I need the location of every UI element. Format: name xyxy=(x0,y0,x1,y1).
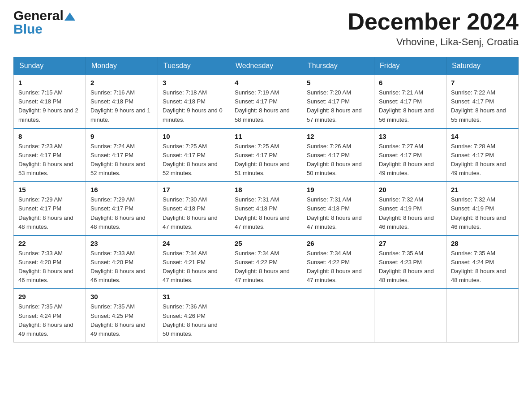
day-number: 1 xyxy=(18,79,81,86)
calendar-cell: 13Sunrise: 7:27 AMSunset: 4:17 PMDayligh… xyxy=(374,128,446,182)
day-info: Sunrise: 7:29 AMSunset: 4:17 PMDaylight:… xyxy=(90,195,153,231)
calendar-cell: 10Sunrise: 7:25 AMSunset: 4:17 PMDayligh… xyxy=(158,128,230,182)
calendar-cell xyxy=(230,289,302,342)
week-row-5: 29Sunrise: 7:35 AMSunset: 4:24 PMDayligh… xyxy=(14,289,519,342)
day-info: Sunrise: 7:36 AMSunset: 4:26 PMDaylight:… xyxy=(163,302,225,338)
day-number: 22 xyxy=(18,240,81,247)
calendar-cell: 23Sunrise: 7:33 AMSunset: 4:20 PMDayligh… xyxy=(86,235,158,289)
day-number: 24 xyxy=(163,240,225,247)
day-number: 8 xyxy=(18,133,81,140)
calendar-cell: 2Sunrise: 7:16 AMSunset: 4:18 PMDaylight… xyxy=(86,75,158,128)
day-info: Sunrise: 7:15 AMSunset: 4:18 PMDaylight:… xyxy=(18,88,81,124)
day-number: 14 xyxy=(451,133,514,140)
day-info: Sunrise: 7:33 AMSunset: 4:20 PMDaylight:… xyxy=(90,249,153,285)
day-number: 19 xyxy=(307,186,369,193)
calendar-cell: 25Sunrise: 7:34 AMSunset: 4:22 PMDayligh… xyxy=(230,235,302,289)
page-header: General Blue December 2024 Vrhovine, Lik… xyxy=(13,9,519,48)
day-info: Sunrise: 7:18 AMSunset: 4:18 PMDaylight:… xyxy=(163,88,225,124)
day-number: 18 xyxy=(235,186,297,193)
calendar-cell: 31Sunrise: 7:36 AMSunset: 4:26 PMDayligh… xyxy=(158,289,230,342)
column-header-saturday: Saturday xyxy=(446,57,519,75)
calendar-cell: 12Sunrise: 7:26 AMSunset: 4:17 PMDayligh… xyxy=(302,128,374,182)
calendar-cell: 22Sunrise: 7:33 AMSunset: 4:20 PMDayligh… xyxy=(14,235,86,289)
month-title: December 2024 xyxy=(348,9,519,34)
day-info: Sunrise: 7:35 AMSunset: 4:25 PMDaylight:… xyxy=(90,302,153,338)
day-info: Sunrise: 7:27 AMSunset: 4:17 PMDaylight:… xyxy=(379,142,442,178)
column-header-sunday: Sunday xyxy=(14,57,86,75)
column-header-tuesday: Tuesday xyxy=(158,57,230,75)
logo: General Blue xyxy=(13,9,75,36)
day-number: 10 xyxy=(163,133,225,140)
day-info: Sunrise: 7:35 AMSunset: 4:24 PMDaylight:… xyxy=(18,302,81,338)
calendar-cell: 4Sunrise: 7:19 AMSunset: 4:17 PMDaylight… xyxy=(230,75,302,128)
calendar-cell: 29Sunrise: 7:35 AMSunset: 4:24 PMDayligh… xyxy=(14,289,86,342)
day-info: Sunrise: 7:34 AMSunset: 4:22 PMDaylight:… xyxy=(235,249,297,285)
calendar-cell xyxy=(446,289,519,342)
day-info: Sunrise: 7:35 AMSunset: 4:23 PMDaylight:… xyxy=(379,249,442,285)
week-row-1: 1Sunrise: 7:15 AMSunset: 4:18 PMDaylight… xyxy=(14,75,519,128)
day-info: Sunrise: 7:25 AMSunset: 4:17 PMDaylight:… xyxy=(235,142,297,178)
day-info: Sunrise: 7:33 AMSunset: 4:20 PMDaylight:… xyxy=(18,249,81,285)
day-info: Sunrise: 7:21 AMSunset: 4:17 PMDaylight:… xyxy=(379,88,442,124)
day-number: 7 xyxy=(451,79,514,86)
day-info: Sunrise: 7:20 AMSunset: 4:17 PMDaylight:… xyxy=(307,88,369,124)
week-row-3: 15Sunrise: 7:29 AMSunset: 4:17 PMDayligh… xyxy=(14,182,519,235)
day-number: 3 xyxy=(163,79,225,86)
calendar-cell: 8Sunrise: 7:23 AMSunset: 4:17 PMDaylight… xyxy=(14,128,86,182)
day-info: Sunrise: 7:16 AMSunset: 4:18 PMDaylight:… xyxy=(90,88,153,124)
day-info: Sunrise: 7:23 AMSunset: 4:17 PMDaylight:… xyxy=(18,142,81,178)
day-number: 4 xyxy=(235,79,297,86)
day-info: Sunrise: 7:32 AMSunset: 4:19 PMDaylight:… xyxy=(451,195,514,231)
column-header-wednesday: Wednesday xyxy=(230,57,302,75)
calendar-cell: 30Sunrise: 7:35 AMSunset: 4:25 PMDayligh… xyxy=(86,289,158,342)
calendar-cell: 27Sunrise: 7:35 AMSunset: 4:23 PMDayligh… xyxy=(374,235,446,289)
logo-general-text: General xyxy=(13,9,64,22)
day-info: Sunrise: 7:19 AMSunset: 4:17 PMDaylight:… xyxy=(235,88,297,124)
day-number: 25 xyxy=(235,240,297,247)
day-number: 17 xyxy=(163,186,225,193)
calendar-cell: 7Sunrise: 7:22 AMSunset: 4:17 PMDaylight… xyxy=(446,75,519,128)
location-subtitle: Vrhovine, Lika-Senj, Croatia xyxy=(348,36,519,48)
day-info: Sunrise: 7:34 AMSunset: 4:22 PMDaylight:… xyxy=(307,249,369,285)
calendar-cell: 3Sunrise: 7:18 AMSunset: 4:18 PMDaylight… xyxy=(158,75,230,128)
day-number: 21 xyxy=(451,186,514,193)
calendar-cell: 24Sunrise: 7:34 AMSunset: 4:21 PMDayligh… xyxy=(158,235,230,289)
calendar-cell xyxy=(374,289,446,342)
day-number: 23 xyxy=(90,240,153,247)
day-number: 6 xyxy=(379,79,442,86)
calendar-cell: 16Sunrise: 7:29 AMSunset: 4:17 PMDayligh… xyxy=(86,182,158,235)
calendar-cell: 28Sunrise: 7:35 AMSunset: 4:24 PMDayligh… xyxy=(446,235,519,289)
day-info: Sunrise: 7:32 AMSunset: 4:19 PMDaylight:… xyxy=(379,195,442,231)
calendar-cell: 11Sunrise: 7:25 AMSunset: 4:17 PMDayligh… xyxy=(230,128,302,182)
day-info: Sunrise: 7:34 AMSunset: 4:21 PMDaylight:… xyxy=(163,249,225,285)
calendar-cell: 21Sunrise: 7:32 AMSunset: 4:19 PMDayligh… xyxy=(446,182,519,235)
calendar-cell: 1Sunrise: 7:15 AMSunset: 4:18 PMDaylight… xyxy=(14,75,86,128)
calendar-cell: 19Sunrise: 7:31 AMSunset: 4:18 PMDayligh… xyxy=(302,182,374,235)
day-info: Sunrise: 7:24 AMSunset: 4:17 PMDaylight:… xyxy=(90,142,153,178)
title-section: December 2024 Vrhovine, Lika-Senj, Croat… xyxy=(348,9,519,48)
day-number: 11 xyxy=(235,133,297,140)
day-info: Sunrise: 7:30 AMSunset: 4:18 PMDaylight:… xyxy=(163,195,225,231)
day-number: 29 xyxy=(18,293,81,300)
day-info: Sunrise: 7:26 AMSunset: 4:17 PMDaylight:… xyxy=(307,142,369,178)
calendar-table: SundayMondayTuesdayWednesdayThursdayFrid… xyxy=(13,57,519,342)
calendar-cell xyxy=(302,289,374,342)
day-number: 28 xyxy=(451,240,514,247)
calendar-cell: 26Sunrise: 7:34 AMSunset: 4:22 PMDayligh… xyxy=(302,235,374,289)
day-number: 2 xyxy=(90,79,153,86)
column-header-thursday: Thursday xyxy=(302,57,374,75)
logo-triangle-icon xyxy=(64,13,75,21)
day-header-row: SundayMondayTuesdayWednesdayThursdayFrid… xyxy=(14,57,519,75)
day-number: 31 xyxy=(163,293,225,300)
day-number: 27 xyxy=(379,240,442,247)
day-number: 13 xyxy=(379,133,442,140)
day-number: 26 xyxy=(307,240,369,247)
day-info: Sunrise: 7:29 AMSunset: 4:17 PMDaylight:… xyxy=(18,195,81,231)
day-number: 15 xyxy=(18,186,81,193)
column-header-friday: Friday xyxy=(374,57,446,75)
day-info: Sunrise: 7:35 AMSunset: 4:24 PMDaylight:… xyxy=(451,249,514,285)
calendar-cell: 20Sunrise: 7:32 AMSunset: 4:19 PMDayligh… xyxy=(374,182,446,235)
column-header-monday: Monday xyxy=(86,57,158,75)
calendar-cell: 15Sunrise: 7:29 AMSunset: 4:17 PMDayligh… xyxy=(14,182,86,235)
day-number: 20 xyxy=(379,186,442,193)
